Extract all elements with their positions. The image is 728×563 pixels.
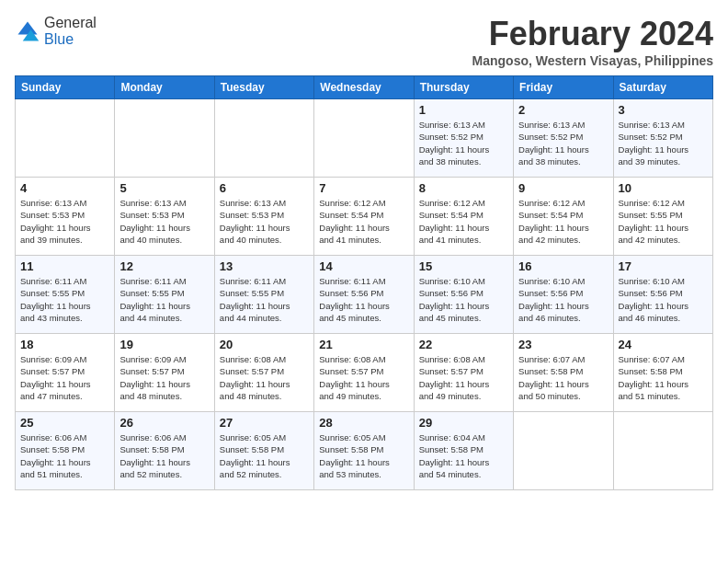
day-header-thursday: Thursday <box>414 76 513 99</box>
day-number: 26 <box>119 416 209 430</box>
calendar-cell: 14Sunrise: 6:11 AM Sunset: 5:56 PM Dayli… <box>314 256 414 334</box>
calendar-cell <box>314 99 414 178</box>
calendar-cell: 22Sunrise: 6:08 AM Sunset: 5:57 PM Dayli… <box>414 334 513 412</box>
day-number: 8 <box>419 181 508 195</box>
day-header-saturday: Saturday <box>613 76 712 99</box>
calendar-week-1: 1Sunrise: 6:13 AM Sunset: 5:52 PM Daylig… <box>16 99 713 178</box>
calendar-cell <box>514 412 613 490</box>
logo-icon <box>15 18 40 44</box>
day-info: Sunrise: 6:12 AM Sunset: 5:54 PM Dayligh… <box>518 197 608 246</box>
calendar-week-2: 4Sunrise: 6:13 AM Sunset: 5:53 PM Daylig… <box>16 178 713 256</box>
day-info: Sunrise: 6:08 AM Sunset: 5:57 PM Dayligh… <box>419 353 508 402</box>
day-info: Sunrise: 6:09 AM Sunset: 5:57 PM Dayligh… <box>20 353 109 402</box>
calendar-body: 1Sunrise: 6:13 AM Sunset: 5:52 PM Daylig… <box>16 99 713 490</box>
day-number: 16 <box>518 259 608 273</box>
day-header-friday: Friday <box>514 76 613 99</box>
day-number: 5 <box>119 181 209 195</box>
calendar-cell: 13Sunrise: 6:11 AM Sunset: 5:55 PM Dayli… <box>214 256 313 334</box>
month-year-title: February 2024 <box>472 15 713 53</box>
svg-marker-0 <box>18 22 38 35</box>
calendar-header: SundayMondayTuesdayWednesdayThursdayFrid… <box>16 76 713 99</box>
calendar-cell: 16Sunrise: 6:10 AM Sunset: 5:56 PM Dayli… <box>514 256 613 334</box>
day-number: 24 <box>619 338 708 351</box>
calendar-cell: 8Sunrise: 6:12 AM Sunset: 5:54 PM Daylig… <box>414 178 513 256</box>
days-header-row: SundayMondayTuesdayWednesdayThursdayFrid… <box>16 76 713 99</box>
logo-blue: Blue <box>44 31 74 47</box>
calendar-week-4: 18Sunrise: 6:09 AM Sunset: 5:57 PM Dayli… <box>16 334 713 412</box>
day-number: 2 <box>518 103 608 117</box>
day-number: 28 <box>319 416 408 430</box>
logo-text: General Blue <box>44 15 97 48</box>
day-number: 9 <box>518 181 608 195</box>
calendar-cell: 23Sunrise: 6:07 AM Sunset: 5:58 PM Dayli… <box>514 334 613 412</box>
day-info: Sunrise: 6:05 AM Sunset: 5:58 PM Dayligh… <box>220 431 309 480</box>
day-info: Sunrise: 6:10 AM Sunset: 5:56 PM Dayligh… <box>518 275 608 324</box>
calendar-cell: 26Sunrise: 6:06 AM Sunset: 5:58 PM Dayli… <box>115 412 214 490</box>
day-info: Sunrise: 6:11 AM Sunset: 5:55 PM Dayligh… <box>20 275 109 324</box>
day-number: 14 <box>319 259 408 273</box>
calendar-cell: 5Sunrise: 6:13 AM Sunset: 5:53 PM Daylig… <box>115 178 214 256</box>
day-info: Sunrise: 6:12 AM Sunset: 5:55 PM Dayligh… <box>619 197 708 246</box>
day-info: Sunrise: 6:08 AM Sunset: 5:57 PM Dayligh… <box>319 353 408 402</box>
logo-general: General <box>44 15 97 30</box>
day-number: 29 <box>419 416 508 430</box>
day-info: Sunrise: 6:13 AM Sunset: 5:52 PM Dayligh… <box>518 119 608 167</box>
logo: General Blue <box>15 15 97 48</box>
day-info: Sunrise: 6:10 AM Sunset: 5:56 PM Dayligh… <box>419 275 508 324</box>
calendar-cell: 9Sunrise: 6:12 AM Sunset: 5:54 PM Daylig… <box>514 178 613 256</box>
calendar-cell: 25Sunrise: 6:06 AM Sunset: 5:58 PM Dayli… <box>16 412 115 490</box>
day-number: 7 <box>319 181 408 195</box>
calendar-cell: 27Sunrise: 6:05 AM Sunset: 5:58 PM Dayli… <box>214 412 313 490</box>
calendar-cell: 6Sunrise: 6:13 AM Sunset: 5:53 PM Daylig… <box>214 178 313 256</box>
calendar-cell: 11Sunrise: 6:11 AM Sunset: 5:55 PM Dayli… <box>16 256 115 334</box>
calendar-week-5: 25Sunrise: 6:06 AM Sunset: 5:58 PM Dayli… <box>16 412 713 490</box>
day-number: 6 <box>220 181 309 195</box>
calendar-cell <box>214 99 313 178</box>
calendar-cell: 15Sunrise: 6:10 AM Sunset: 5:56 PM Dayli… <box>414 256 513 334</box>
day-number: 1 <box>419 103 508 117</box>
day-number: 4 <box>20 181 109 195</box>
day-info: Sunrise: 6:10 AM Sunset: 5:56 PM Dayligh… <box>619 275 708 324</box>
calendar-cell: 19Sunrise: 6:09 AM Sunset: 5:57 PM Dayli… <box>115 334 214 412</box>
day-number: 3 <box>619 103 708 117</box>
calendar-cell: 1Sunrise: 6:13 AM Sunset: 5:52 PM Daylig… <box>414 99 513 178</box>
day-number: 20 <box>220 338 309 351</box>
calendar-cell: 17Sunrise: 6:10 AM Sunset: 5:56 PM Dayli… <box>613 256 712 334</box>
calendar-cell <box>613 412 712 490</box>
calendar-cell: 2Sunrise: 6:13 AM Sunset: 5:52 PM Daylig… <box>514 99 613 178</box>
day-number: 10 <box>619 181 708 195</box>
calendar-cell: 29Sunrise: 6:04 AM Sunset: 5:58 PM Dayli… <box>414 412 513 490</box>
title-block: February 2024 Mangoso, Western Visayas, … <box>472 15 713 68</box>
day-number: 23 <box>518 338 608 351</box>
calendar-cell: 24Sunrise: 6:07 AM Sunset: 5:58 PM Dayli… <box>613 334 712 412</box>
day-number: 25 <box>20 416 109 430</box>
day-info: Sunrise: 6:13 AM Sunset: 5:53 PM Dayligh… <box>20 197 109 246</box>
day-number: 13 <box>220 259 309 273</box>
day-info: Sunrise: 6:13 AM Sunset: 5:52 PM Dayligh… <box>419 119 508 167</box>
day-number: 12 <box>119 259 209 273</box>
calendar-cell: 28Sunrise: 6:05 AM Sunset: 5:58 PM Dayli… <box>314 412 414 490</box>
day-info: Sunrise: 6:11 AM Sunset: 5:55 PM Dayligh… <box>119 275 209 324</box>
calendar-cell: 18Sunrise: 6:09 AM Sunset: 5:57 PM Dayli… <box>16 334 115 412</box>
day-header-wednesday: Wednesday <box>314 76 414 99</box>
page-header: General Blue February 2024 Mangoso, West… <box>15 15 713 68</box>
day-info: Sunrise: 6:07 AM Sunset: 5:58 PM Dayligh… <box>518 353 608 402</box>
day-header-monday: Monday <box>115 76 214 99</box>
day-number: 11 <box>20 259 109 273</box>
day-info: Sunrise: 6:11 AM Sunset: 5:56 PM Dayligh… <box>319 275 408 324</box>
calendar-cell: 20Sunrise: 6:08 AM Sunset: 5:57 PM Dayli… <box>214 334 313 412</box>
day-number: 19 <box>119 338 209 351</box>
calendar-cell: 3Sunrise: 6:13 AM Sunset: 5:52 PM Daylig… <box>613 99 712 178</box>
day-number: 21 <box>319 338 408 351</box>
day-info: Sunrise: 6:13 AM Sunset: 5:52 PM Dayligh… <box>619 119 708 167</box>
day-info: Sunrise: 6:06 AM Sunset: 5:58 PM Dayligh… <box>119 431 209 480</box>
day-info: Sunrise: 6:12 AM Sunset: 5:54 PM Dayligh… <box>419 197 508 246</box>
day-info: Sunrise: 6:07 AM Sunset: 5:58 PM Dayligh… <box>619 353 708 402</box>
calendar-week-3: 11Sunrise: 6:11 AM Sunset: 5:55 PM Dayli… <box>16 256 713 334</box>
day-number: 17 <box>619 259 708 273</box>
day-number: 18 <box>20 338 109 351</box>
calendar-cell: 21Sunrise: 6:08 AM Sunset: 5:57 PM Dayli… <box>314 334 414 412</box>
day-info: Sunrise: 6:12 AM Sunset: 5:54 PM Dayligh… <box>319 197 408 246</box>
day-info: Sunrise: 6:09 AM Sunset: 5:57 PM Dayligh… <box>119 353 209 402</box>
day-number: 22 <box>419 338 508 351</box>
